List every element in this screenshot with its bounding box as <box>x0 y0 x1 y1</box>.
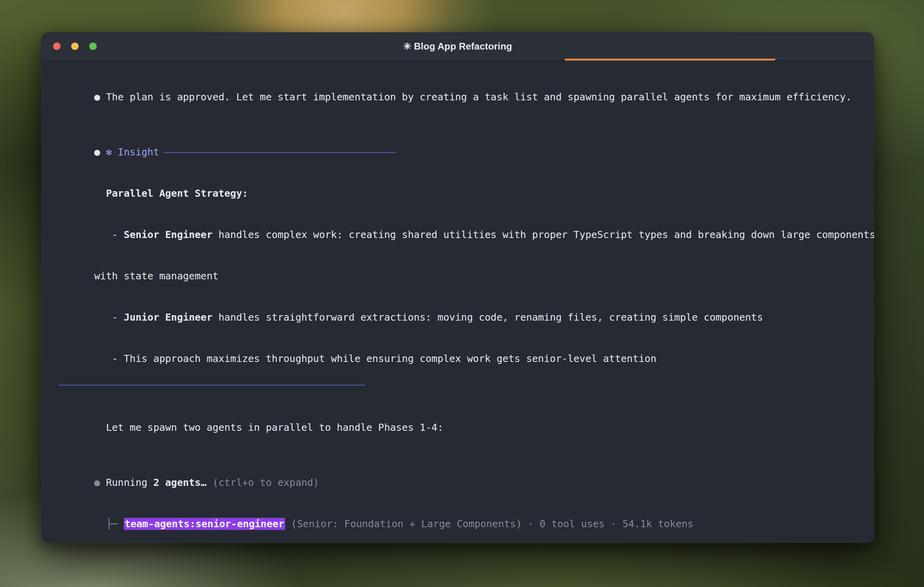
agent-row-senior: ├─ team-agents:senior-engineer (Senior: … <box>47 503 869 543</box>
junior-engineer-name: Junior Engineer <box>124 312 213 323</box>
window-titlebar[interactable]: ✳ Blog App Refactoring <box>41 32 874 61</box>
senior-agent-badge: team-agents:senior-engineer <box>124 518 285 530</box>
titlebar-accent-line <box>565 59 775 61</box>
insight-junior-line: - Junior Engineer handles straightforwar… <box>47 297 869 338</box>
message-bullet-icon: ● <box>94 145 106 159</box>
senior-engineer-name: Senior Engineer <box>124 229 213 240</box>
junior-engineer-text: handles straightforward extractions: mov… <box>212 312 763 323</box>
plan-message-text: The plan is approved. Let me start imple… <box>106 91 852 103</box>
list-dash: - <box>112 229 124 240</box>
terminal-transcript: ●The plan is approved. Let me start impl… <box>41 61 874 543</box>
running-bullet-icon: ● <box>94 476 106 489</box>
insight-approach-line: - This approach maximizes throughput whi… <box>47 338 869 379</box>
message-bullet-icon: ● <box>94 90 106 104</box>
desktop-background: ✳ Blog App Refactoring ●The plan is appr… <box>0 0 924 587</box>
insight-header: ●✻Insight <box>47 131 869 173</box>
agents-running-line: ●Running 2 agents… (ctrl+o to expand) <box>47 462 869 503</box>
running-label: Running <box>106 477 153 488</box>
assistant-message-plan: ●The plan is approved. Let me start impl… <box>47 76 869 118</box>
minimize-button[interactable] <box>71 42 79 50</box>
insight-senior-wrap-line: with state management <box>47 255 869 297</box>
insight-senior-line: - Senior Engineer handles complex work: … <box>47 214 869 255</box>
close-button[interactable] <box>53 42 61 50</box>
tree-branch-icon: ├─ <box>106 518 124 530</box>
insight-rule-top <box>164 152 396 153</box>
senior-engineer-text: handles complex work: creating shared ut… <box>212 229 874 240</box>
approach-text: - This approach maximizes throughput whi… <box>112 353 657 364</box>
maximize-button[interactable] <box>89 42 97 50</box>
window-controls <box>53 32 97 60</box>
insight-heading-text: Parallel Agent Strategy: <box>106 188 248 199</box>
running-count: 2 agents… <box>153 477 206 488</box>
insight-heading: Parallel Agent Strategy: <box>47 173 869 214</box>
senior-agent-description: (Senior: Foundation + Large Components) … <box>285 518 694 530</box>
terminal-window: ✳ Blog App Refactoring ●The plan is appr… <box>41 32 874 543</box>
window-title: ✳ Blog App Refactoring <box>403 41 512 52</box>
running-expand-hint: (ctrl+o to expand) <box>206 477 319 488</box>
insight-label: Insight <box>118 146 159 158</box>
spawn-message: Let me spawn two agents in parallel to h… <box>47 407 869 448</box>
spawn-message-text: Let me spawn two agents in parallel to h… <box>106 422 444 433</box>
insight-rule-bottom <box>59 385 365 386</box>
senior-engineer-text-wrap: with state management <box>94 270 218 282</box>
insight-star-icon: ✻ <box>106 145 118 159</box>
list-dash: - <box>112 312 124 323</box>
